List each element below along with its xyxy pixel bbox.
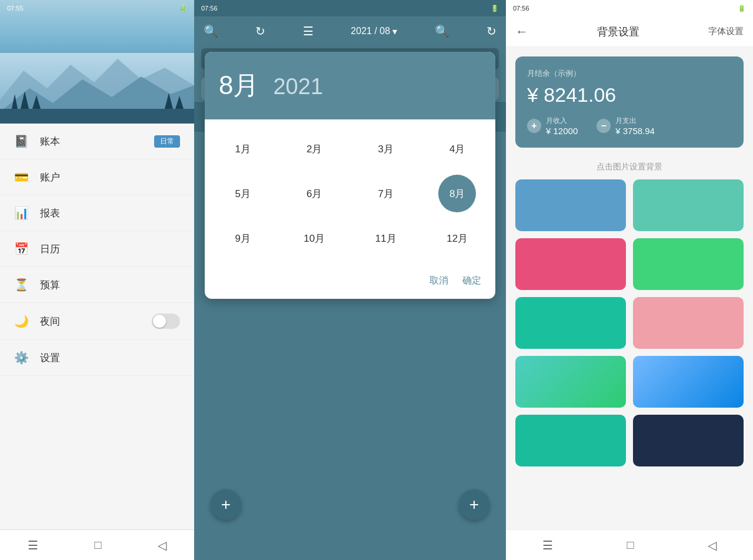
back-icon-1[interactable]: ◁: [158, 538, 166, 552]
sidebar-panel: 07:55 🔋 记账助手 📓 账本 日常 💳 账户 📊 报表 📅 日历 ⏳: [0, 0, 194, 560]
search-icon-2[interactable]: 🔍: [204, 24, 218, 38]
monthly-summary-card: 月结余（示例） ¥ 8241.06 + 月收入 ¥ 12000 − 月支出 ¥ …: [515, 56, 744, 148]
month-apr[interactable]: 4月: [424, 129, 491, 169]
color-swatch-cyan[interactable]: [515, 415, 626, 466]
sidebar-label-night: 夜间: [40, 315, 140, 328]
sidebar-label-report: 报表: [40, 206, 180, 220]
status-bar-2: 07:56 🔋: [194, 0, 506, 16]
summary-row: + 月收入 ¥ 12000 − 月支出 ¥ 3758.94: [527, 116, 732, 136]
color-swatch-green[interactable]: [633, 238, 744, 290]
calendar-panel: 07:56 🔋 🔍 ↻ ☰ 2021 / 08 ▾ 🔍 ↻ 点击设置云端 >> …: [194, 0, 506, 560]
toggle-knob: [153, 315, 166, 328]
color-swatch-emerald[interactable]: [515, 297, 626, 349]
bg-settings-toolbar: ← 背景设置 字体设置: [506, 16, 753, 47]
sidebar-label-budget: 预算: [40, 278, 180, 292]
month-mar[interactable]: 3月: [352, 129, 419, 169]
sidebar-item-budget[interactable]: ⏳ 预算: [0, 267, 194, 303]
plus-icon-left: +: [221, 495, 231, 514]
plus-icon-right: +: [469, 495, 479, 514]
month-jul[interactable]: 7月: [352, 174, 419, 214]
sidebar-item-settings[interactable]: ⚙️ 设置: [0, 340, 194, 376]
income-value: ¥ 12000: [546, 126, 578, 136]
selected-year-display: 2021: [273, 74, 323, 99]
month-aug-active[interactable]: 8月: [438, 175, 476, 212]
month-picker: 8月 2021 1月 2月 3月 4月 5月 6月 7月 8月 9月 10月 1…: [205, 52, 495, 299]
hamburger-icon-1[interactable]: ☰: [28, 538, 38, 552]
nav-list: 📓 账本 日常 💳 账户 📊 报表 📅 日历 ⏳ 预算 🌙 夜间: [0, 124, 194, 529]
sidebar-label-calendar: 日历: [40, 242, 180, 256]
sidebar-label-account: 账户: [40, 171, 180, 184]
square-icon-3[interactable]: □: [627, 538, 634, 552]
color-swatch-teal[interactable]: [633, 179, 744, 231]
sidebar-item-ledger[interactable]: 📓 账本 日常: [0, 124, 194, 159]
status-bar-3: 07:56 🔋: [506, 0, 753, 16]
status-bar-1: 07:55 🔋: [0, 5, 194, 12]
svg-rect-3: [0, 109, 194, 124]
color-swatch-pink[interactable]: [515, 238, 626, 290]
page-title-bg: 背景设置: [597, 25, 639, 39]
ledger-icon: 📓: [14, 134, 28, 148]
month-nov[interactable]: 11月: [352, 218, 419, 258]
sidebar-item-night[interactable]: 🌙 夜间: [0, 303, 194, 340]
month-feb[interactable]: 2月: [281, 129, 348, 169]
bottom-nav-bar-1: ☰ □ ◁: [0, 529, 194, 560]
bg-hint-text: 点击图片设置背景: [506, 162, 753, 172]
month-picker-header: 8月 2021: [205, 52, 495, 119]
fab-add-left[interactable]: +: [211, 489, 241, 520]
color-swatch-grid: [506, 179, 753, 466]
confirm-button[interactable]: 确定: [462, 275, 481, 287]
budget-icon: ⏳: [14, 278, 28, 292]
month-oct[interactable]: 10月: [281, 218, 348, 258]
refresh-icon-right[interactable]: ↻: [487, 24, 497, 38]
month-grid: 1月 2月 3月 4月 5月 6月 7月 8月 9月 10月 11月 12月: [205, 119, 495, 268]
month-jun[interactable]: 6月: [281, 174, 348, 214]
color-swatch-blue[interactable]: [515, 179, 626, 231]
income-circle: +: [527, 119, 541, 133]
calendar-date-title[interactable]: 2021 / 08 ▾: [351, 26, 397, 37]
month-dec[interactable]: 12月: [424, 218, 491, 258]
income-item: + 月收入 ¥ 12000: [527, 116, 578, 136]
summary-subtitle: 月结余（示例）: [527, 68, 732, 79]
sidebar-label-ledger: 账本: [40, 135, 142, 148]
night-mode-toggle[interactable]: [152, 314, 180, 329]
settings-icon: ⚙️: [14, 351, 28, 365]
bg-settings-panel: 07:56 🔋 ← 背景设置 字体设置 月结余（示例） ¥ 8241.06 + …: [506, 0, 753, 560]
expense-item: − 月支出 ¥ 3758.94: [597, 116, 655, 136]
calendar-icon: 📅: [14, 242, 28, 256]
hamburger-icon-3[interactable]: ☰: [542, 538, 553, 552]
income-label: 月收入: [546, 116, 578, 126]
bottom-nav-bar-3: ☰ □ ◁: [506, 529, 753, 560]
color-swatch-dark-navy[interactable]: [633, 415, 744, 466]
selected-month-display: 8月: [219, 68, 259, 103]
color-swatch-gradient-blue[interactable]: [633, 356, 744, 408]
month-sep[interactable]: 9月: [209, 218, 276, 258]
search-icon-right[interactable]: 🔍: [435, 24, 449, 38]
color-swatch-salmon[interactable]: [633, 297, 744, 349]
sidebar-item-calendar[interactable]: 📅 日历: [0, 231, 194, 267]
color-swatch-gradient-teal[interactable]: [515, 356, 626, 408]
calendar-toolbar: 🔍 ↻ ☰ 2021 / 08 ▾ 🔍 ↻: [194, 16, 506, 46]
night-icon: 🌙: [14, 314, 28, 328]
square-icon-1[interactable]: □: [94, 538, 101, 552]
font-settings-link[interactable]: 字体设置: [708, 26, 744, 37]
month-may[interactable]: 5月: [209, 174, 276, 214]
expense-label: 月支出: [615, 116, 655, 126]
ledger-badge: 日常: [154, 135, 180, 148]
fab-add-right[interactable]: +: [459, 489, 489, 520]
month-jan[interactable]: 1月: [209, 129, 276, 169]
sidebar-item-account[interactable]: 💳 账户: [0, 159, 194, 195]
mountain-illustration: [0, 53, 194, 124]
back-icon-3[interactable]: ◁: [708, 538, 717, 552]
account-icon: 💳: [14, 170, 28, 184]
picker-actions: 取消 确定: [205, 268, 495, 299]
expense-circle: −: [597, 119, 611, 133]
sidebar-item-report[interactable]: 📊 报表: [0, 195, 194, 231]
sidebar-label-settings: 设置: [40, 351, 180, 365]
back-button[interactable]: ←: [515, 24, 528, 39]
summary-amount: ¥ 8241.06: [527, 84, 732, 106]
cancel-button[interactable]: 取消: [429, 275, 448, 287]
menu-icon[interactable]: ☰: [303, 24, 314, 38]
expense-value: ¥ 3758.94: [615, 126, 655, 136]
sidebar-header: 07:55 🔋 记账助手: [0, 0, 194, 124]
refresh-icon-left[interactable]: ↻: [255, 24, 265, 38]
